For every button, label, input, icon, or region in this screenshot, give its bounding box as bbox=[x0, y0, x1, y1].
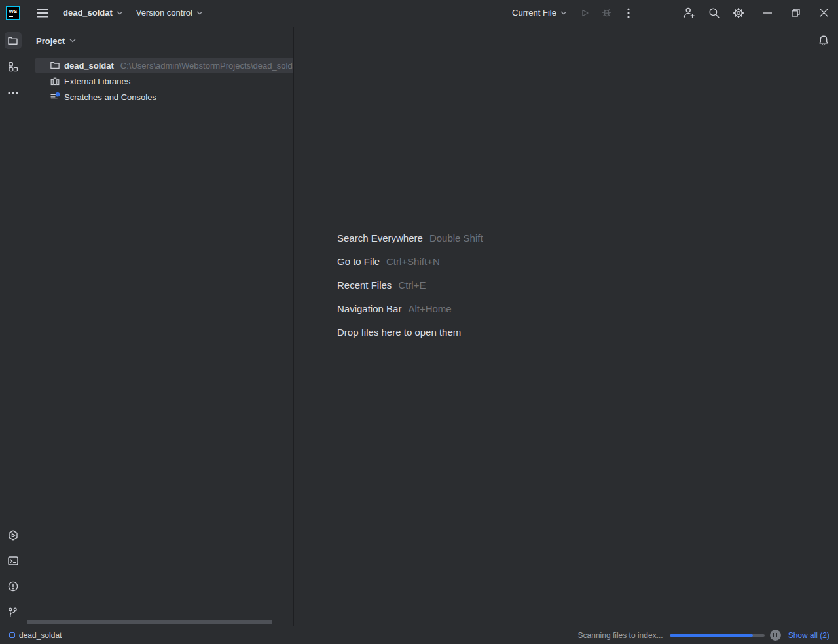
sidebar-item-problems[interactable] bbox=[5, 578, 22, 595]
run-config-label: Current File bbox=[512, 8, 556, 18]
chevron-down-icon bbox=[69, 39, 76, 43]
run-button[interactable] bbox=[575, 4, 594, 22]
project-panel-title: Project bbox=[36, 36, 65, 46]
tree-row-project-root[interactable]: dead_soldat C:\Users\admin\WebstormProje… bbox=[35, 58, 293, 73]
project-toolwindow: Project dead_soldat C:\Users\admin\Webst… bbox=[26, 27, 294, 626]
hint-label: Search Everywhere bbox=[337, 232, 423, 243]
scratches-icon bbox=[50, 92, 60, 102]
hint-label: Drop files here to open them bbox=[337, 327, 461, 338]
chevron-down-icon bbox=[117, 11, 123, 15]
terminal-icon bbox=[7, 555, 19, 567]
search-icon bbox=[708, 7, 720, 19]
pause-icon bbox=[776, 633, 777, 637]
sidebar-item-terminal[interactable] bbox=[5, 552, 22, 569]
horizontal-scrollbar[interactable] bbox=[27, 620, 272, 624]
maximize-button[interactable] bbox=[782, 0, 809, 26]
hint-keys: Double Shift bbox=[429, 232, 483, 243]
tree-item-path: C:\Users\admin\WebstormProjects\dead_sol… bbox=[120, 61, 293, 71]
pause-icon bbox=[773, 633, 774, 637]
code-with-me-button[interactable] bbox=[680, 4, 699, 22]
main-menu-button[interactable] bbox=[33, 4, 52, 22]
hint-recent-files: Recent Files Ctrl+E bbox=[337, 277, 483, 293]
services-run-icon bbox=[7, 529, 19, 541]
project-selector[interactable]: dead_soldat bbox=[60, 4, 126, 22]
sidebar-item-more-toolwindows[interactable] bbox=[5, 84, 22, 101]
shortcut-hints: Search Everywhere Double Shift Go to Fil… bbox=[337, 230, 483, 348]
settings-button[interactable] bbox=[729, 4, 748, 22]
hint-label: Recent Files bbox=[337, 279, 392, 291]
indexing-progress-bar bbox=[670, 634, 765, 637]
status-bar: dead_soldat Scanning files to index... S… bbox=[0, 626, 838, 644]
debug-bug-icon bbox=[601, 7, 612, 18]
project-selector-label: dead_soldat bbox=[63, 8, 113, 18]
hint-search-everywhere: Search Everywhere Double Shift bbox=[337, 230, 483, 245]
minimize-icon bbox=[763, 12, 772, 14]
hint-keys: Alt+Home bbox=[408, 303, 451, 314]
statusbar-project-name[interactable]: dead_soldat bbox=[19, 631, 62, 640]
chevron-down-icon bbox=[196, 11, 203, 15]
folder-icon bbox=[50, 60, 60, 71]
close-button[interactable] bbox=[811, 0, 837, 26]
debug-button[interactable] bbox=[597, 4, 615, 22]
tree-row-scratches-consoles[interactable]: Scratches and Consoles bbox=[26, 89, 293, 105]
chevron-down-icon bbox=[560, 11, 567, 15]
library-icon bbox=[50, 76, 60, 86]
editor-empty-area: Search Everywhere Double Shift Go to Fil… bbox=[294, 27, 838, 626]
toolwindow-stripe-bottom bbox=[5, 527, 22, 620]
indexing-progress-fill bbox=[670, 634, 754, 637]
git-branch-icon bbox=[7, 607, 18, 618]
hint-navigation-bar: Navigation Bar Alt+Home bbox=[337, 300, 483, 316]
folder-icon bbox=[7, 35, 18, 46]
notifications-button[interactable] bbox=[818, 35, 829, 46]
project-panel-header[interactable]: Project bbox=[26, 27, 293, 49]
run-configuration-selector[interactable]: Current File bbox=[509, 4, 570, 22]
tree-item-label: External Libraries bbox=[64, 77, 130, 86]
user-add-icon bbox=[683, 7, 695, 19]
title-bar: WS dead_soldat Version control Current F… bbox=[0, 0, 838, 26]
structure-icon bbox=[8, 62, 18, 72]
webstorm-window: WS dead_soldat Version control Current F… bbox=[0, 0, 838, 644]
search-everywhere-button[interactable] bbox=[705, 4, 723, 22]
hint-go-to-file: Go to File Ctrl+Shift+N bbox=[337, 253, 483, 269]
sidebar-item-structure[interactable] bbox=[5, 58, 22, 75]
tree-item-label: dead_soldat bbox=[64, 61, 114, 71]
more-dots-icon bbox=[8, 92, 18, 94]
sidebar-item-project[interactable] bbox=[5, 32, 22, 49]
module-icon bbox=[9, 632, 15, 638]
hint-keys: Ctrl+Shift+N bbox=[386, 256, 440, 267]
restore-icon bbox=[792, 9, 800, 17]
webstorm-logo-icon: WS bbox=[6, 6, 20, 20]
tree-row-external-libraries[interactable]: External Libraries bbox=[26, 73, 293, 89]
hint-keys: Ctrl+E bbox=[398, 279, 426, 291]
problems-icon bbox=[7, 581, 19, 592]
hint-label: Navigation Bar bbox=[337, 303, 401, 314]
sidebar-item-version-control[interactable] bbox=[5, 603, 22, 620]
project-tree: dead_soldat C:\Users\admin\WebstormProje… bbox=[26, 58, 293, 105]
kebab-menu-icon bbox=[627, 8, 630, 18]
more-actions-button[interactable] bbox=[619, 4, 638, 22]
hint-drop-files: Drop files here to open them bbox=[337, 324, 483, 340]
indexing-status-text: Scanning files to index... bbox=[578, 631, 663, 640]
bell-icon bbox=[818, 35, 829, 46]
run-play-icon bbox=[579, 8, 590, 18]
tree-item-label: Scratches and Consoles bbox=[64, 92, 156, 102]
sidebar-item-services[interactable] bbox=[5, 527, 22, 544]
vcs-selector[interactable]: Version control bbox=[133, 4, 206, 22]
minimize-button[interactable] bbox=[754, 0, 780, 26]
hint-label: Go to File bbox=[337, 256, 380, 267]
show-all-link[interactable]: Show all (2) bbox=[788, 631, 829, 640]
vcs-selector-label: Version control bbox=[136, 8, 192, 18]
hamburger-icon bbox=[37, 9, 48, 18]
gear-icon bbox=[733, 7, 744, 19]
close-icon bbox=[820, 9, 828, 17]
toolwindow-stripe bbox=[0, 27, 26, 626]
pause-indexing-button[interactable] bbox=[770, 630, 781, 641]
